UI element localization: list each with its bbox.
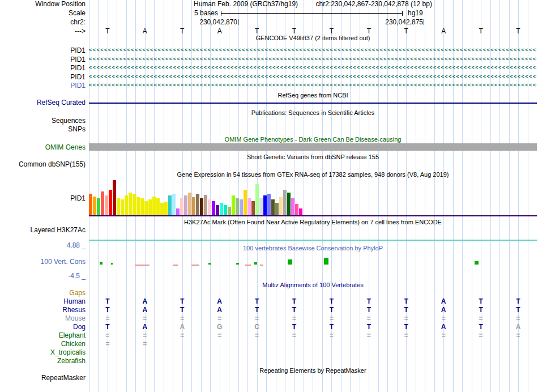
gtex-tissue-bar: [129, 193, 132, 215]
gencode-item-label[interactable]: PID1: [70, 74, 86, 81]
omim-gene-item[interactable]: [89, 143, 537, 151]
ruler-base: T: [479, 28, 483, 35]
assembly-name: hg19: [408, 10, 423, 17]
refseq-curated-item[interactable]: [89, 103, 537, 104]
snps-label[interactable]: SNPs: [68, 126, 86, 133]
ruler-base: T: [105, 28, 109, 35]
conservation-mark: [288, 259, 292, 265]
alignment-base: T: [105, 306, 109, 314]
gencode-transcript[interactable]: <<<<<<<<<<<<<<<<<<<<<<<<<<<<<<<<<<<<<<<<…: [89, 48, 537, 53]
track-title: Publications: Sequences in Scientific Ar…: [89, 109, 537, 117]
gencode-item-label[interactable]: PID1: [70, 82, 86, 90]
dbsnp-label[interactable]: Common dbSNP(155): [19, 161, 86, 168]
gtex-tissue-bar: [97, 198, 100, 215]
gtex-tissue-bar: [220, 203, 223, 215]
gencode-item-label[interactable]: PID1: [70, 65, 86, 72]
h3k27ac-signal[interactable]: [89, 240, 537, 241]
gtex-tissue-bar: [121, 199, 124, 215]
alignment-base: =: [479, 332, 483, 339]
gtex-tissue-bar: [299, 208, 302, 215]
gtex-tissue-bar: [287, 193, 291, 215]
gencode-transcript[interactable]: <<<<<<<<<<<<<<<<<<<<<<<<<<<<<<<<<<<<<<<<…: [89, 83, 537, 88]
gencode-transcript[interactable]: <<<<<<<<<<<<<<<<<<<<<<<<<<<<<<<<<<<<<<<<…: [89, 74, 537, 79]
coordinate-right: 230,042,875: [89, 19, 424, 26]
alignment-base: A: [441, 323, 446, 331]
alignment-base: C: [254, 323, 259, 331]
alignment-base: =: [105, 315, 109, 322]
gencode-item-label[interactable]: PID1: [70, 56, 86, 63]
multiz-species-label[interactable]: Rhesus: [62, 306, 86, 314]
alignment-base: T: [367, 306, 371, 314]
conservation-mark: [173, 265, 178, 266]
alignment-base: A: [441, 298, 446, 305]
alignment-base: =: [516, 332, 520, 339]
conservation-mark: [135, 265, 150, 266]
repeatmasker-label[interactable]: RepeatMasker: [41, 374, 86, 382]
conservation-mark: [260, 265, 263, 266]
conservation-mark: [208, 263, 211, 265]
gtex-tissue-bar: [240, 199, 243, 215]
gtex-tissue-bar: [160, 203, 164, 215]
gtex-tissue-bar: [109, 190, 112, 215]
alignment-base: A: [143, 323, 148, 331]
gtex-tissue-bar: [180, 198, 183, 215]
gtex-tissue-bar: [236, 198, 239, 215]
gtex-tissue-bar: [117, 198, 120, 215]
gtex-tissue-bar: [148, 199, 152, 215]
multiz-species-label[interactable]: Gaps: [69, 289, 86, 297]
ruler-base: T: [367, 28, 371, 35]
alignment-base: T: [330, 323, 334, 331]
alignment-base: =: [255, 315, 259, 322]
alignment-base: A: [143, 298, 148, 305]
alignment-base: A: [180, 323, 185, 331]
gtex-tissue-bar: [89, 194, 92, 215]
multiz-species-label[interactable]: Mouse: [65, 315, 86, 322]
gtex-tissue-bar: [140, 198, 144, 215]
gtex-tissue-bar: [113, 180, 116, 215]
multiz-species-label[interactable]: X_tropicalis: [50, 349, 86, 356]
cons-max-value-label: 4.88 _: [67, 242, 86, 249]
alignment-base: T: [105, 298, 109, 305]
gencode-transcript[interactable]: <<<<<<<<<<<<<<<<<<<<<<<<<<<<<<<<<<<<<<<<…: [89, 57, 537, 62]
alignment-base: =: [516, 315, 520, 322]
gencode-transcript[interactable]: <<<<<<<<<<<<<<<<<<<<<<<<<<<<<<<<<<<<<<<<…: [89, 65, 537, 70]
gtex-tissue-bar: [105, 195, 108, 215]
alignment-base: =: [180, 315, 184, 322]
track-title: Multiz Alignments of 100 Vertebrates: [89, 282, 537, 289]
gtex-gene-label[interactable]: PID1: [70, 195, 86, 202]
cons-track-label[interactable]: 100 Vert. Cons: [41, 258, 86, 266]
alignment-base: T: [330, 306, 334, 314]
conservation-mark: [324, 258, 328, 265]
multiz-species-label[interactable]: Dog: [73, 323, 86, 331]
multiz-species-label[interactable]: Human: [63, 298, 86, 305]
alignment-base: =: [143, 340, 147, 348]
alignment-base: T: [479, 306, 483, 314]
alignment-base: T: [479, 323, 483, 331]
alignment-base: =: [255, 332, 259, 339]
track-title: Short Genetic Variants from dbSNP releas…: [89, 154, 537, 161]
ruler-base: A: [143, 28, 147, 35]
refseq-curated-label[interactable]: RefSeq Curated: [37, 99, 86, 106]
track-area[interactable]: Human Feb. 2009 (GRCh37/hg19) chr2:230,0…: [89, 0, 537, 392]
omim-genes-label[interactable]: OMIM Genes: [45, 144, 86, 151]
assembly-title: Human Feb. 2009 (GRCh37/hg19): [194, 0, 298, 8]
gtex-tissue-bar: [204, 195, 207, 215]
gtex-tissue-bar: [279, 197, 283, 215]
multiz-species-label[interactable]: Elephant: [59, 332, 86, 339]
alignment-base: =: [442, 315, 446, 322]
alignment-base: =: [180, 332, 184, 339]
gencode-item-label[interactable]: PID1: [70, 47, 86, 54]
gtex-tissue-bar: [200, 198, 203, 215]
ruler-base: T: [180, 28, 184, 35]
multiz-species-label[interactable]: Chicken: [61, 340, 86, 348]
sequences-label[interactable]: Sequences: [52, 117, 86, 125]
h3k27ac-label[interactable]: Layered H3K27Ac: [31, 227, 86, 234]
alignment-base: =: [330, 315, 334, 322]
alignment-base: A: [143, 306, 148, 314]
conservation-mark: [475, 261, 479, 265]
alignment-base: T: [479, 298, 483, 305]
alignment-base: T: [292, 323, 296, 331]
gtex-tissue-bar: [216, 205, 219, 215]
multiz-species-label[interactable]: Zebrafish: [57, 357, 86, 365]
alignment-base: =: [217, 332, 221, 339]
